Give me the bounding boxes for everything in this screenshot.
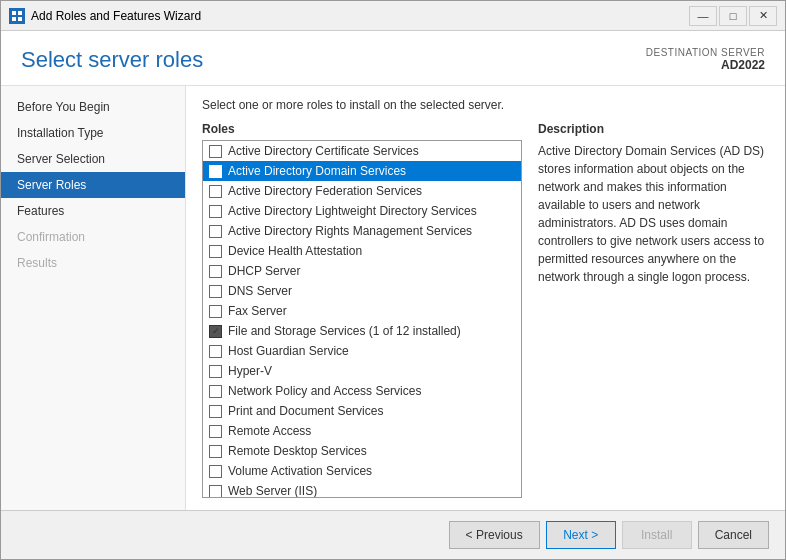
role-label: Fax Server xyxy=(228,304,287,318)
svg-rect-2 xyxy=(12,17,16,21)
svg-rect-0 xyxy=(12,11,16,15)
role-item[interactable]: Remote Access xyxy=(203,421,521,441)
next-button[interactable]: Next > xyxy=(546,521,616,549)
role-label: Active Directory Federation Services xyxy=(228,184,422,198)
role-checkbox[interactable] xyxy=(209,225,222,238)
role-label: Hyper-V xyxy=(228,364,272,378)
role-item[interactable]: DNS Server xyxy=(203,281,521,301)
role-item[interactable]: Active Directory Certificate Services xyxy=(203,141,521,161)
role-item[interactable]: Active Directory Domain Services xyxy=(203,161,521,181)
role-checkbox[interactable] xyxy=(209,205,222,218)
sidebar: Before You BeginInstallation TypeServer … xyxy=(1,86,186,510)
sidebar-item-features[interactable]: Features xyxy=(1,198,185,224)
window-controls: — □ ✕ xyxy=(689,6,777,26)
sidebar-item-before-you-begin[interactable]: Before You Begin xyxy=(1,94,185,120)
destination-info: DESTINATION SERVER AD2022 xyxy=(646,47,765,72)
role-label: DHCP Server xyxy=(228,264,300,278)
wizard-header: Select server roles DESTINATION SERVER A… xyxy=(1,31,785,86)
wizard-window: Add Roles and Features Wizard — □ ✕ Sele… xyxy=(0,0,786,560)
maximize-button[interactable]: □ xyxy=(719,6,747,26)
description-label: Description xyxy=(538,122,769,136)
destination-server: AD2022 xyxy=(646,58,765,72)
roles-label: Roles xyxy=(202,122,522,136)
wizard-content: Select server roles DESTINATION SERVER A… xyxy=(1,31,785,559)
role-checkbox[interactable] xyxy=(209,145,222,158)
role-item[interactable]: Fax Server xyxy=(203,301,521,321)
role-checkbox[interactable] xyxy=(209,465,222,478)
app-icon xyxy=(9,8,25,24)
minimize-button[interactable]: — xyxy=(689,6,717,26)
role-label: Network Policy and Access Services xyxy=(228,384,421,398)
destination-label: DESTINATION SERVER xyxy=(646,47,765,58)
role-item[interactable]: Host Guardian Service xyxy=(203,341,521,361)
role-label: Remote Access xyxy=(228,424,311,438)
role-item[interactable]: Device Health Attestation xyxy=(203,241,521,261)
role-item[interactable]: File and Storage Services (1 of 12 insta… xyxy=(203,321,521,341)
description-text: Active Directory Domain Services (AD DS)… xyxy=(538,142,769,286)
role-checkbox[interactable] xyxy=(209,405,222,418)
close-button[interactable]: ✕ xyxy=(749,6,777,26)
role-item[interactable]: Active Directory Rights Management Servi… xyxy=(203,221,521,241)
svg-rect-1 xyxy=(18,11,22,15)
role-checkbox[interactable] xyxy=(209,285,222,298)
role-checkbox[interactable] xyxy=(209,365,222,378)
role-label: Active Directory Rights Management Servi… xyxy=(228,224,472,238)
role-checkbox[interactable] xyxy=(209,305,222,318)
page-title: Select server roles xyxy=(21,47,203,73)
sidebar-item-server-selection[interactable]: Server Selection xyxy=(1,146,185,172)
role-checkbox[interactable] xyxy=(209,265,222,278)
sidebar-item-confirmation: Confirmation xyxy=(1,224,185,250)
roles-panel: Roles Active Directory Certificate Servi… xyxy=(202,122,522,498)
role-item[interactable]: Active Directory Federation Services xyxy=(203,181,521,201)
role-checkbox[interactable] xyxy=(209,165,222,178)
main-area: Before You BeginInstallation TypeServer … xyxy=(1,86,785,510)
role-checkbox[interactable] xyxy=(209,425,222,438)
role-checkbox[interactable] xyxy=(209,385,222,398)
sidebar-item-installation-type[interactable]: Installation Type xyxy=(1,120,185,146)
role-label: File and Storage Services (1 of 12 insta… xyxy=(228,324,461,338)
role-checkbox[interactable] xyxy=(209,345,222,358)
role-item[interactable]: Web Server (IIS) xyxy=(203,481,521,498)
window-title: Add Roles and Features Wizard xyxy=(31,9,689,23)
role-checkbox[interactable] xyxy=(209,325,222,338)
roles-area: Roles Active Directory Certificate Servi… xyxy=(202,122,769,498)
role-checkbox[interactable] xyxy=(209,245,222,258)
role-checkbox[interactable] xyxy=(209,485,222,498)
role-label: DNS Server xyxy=(228,284,292,298)
role-checkbox[interactable] xyxy=(209,185,222,198)
role-item[interactable]: Print and Document Services xyxy=(203,401,521,421)
description-panel: Description Active Directory Domain Serv… xyxy=(538,122,769,498)
role-label: Active Directory Lightweight Directory S… xyxy=(228,204,477,218)
roles-list[interactable]: Active Directory Certificate ServicesAct… xyxy=(202,140,522,498)
footer: < Previous Next > Install Cancel xyxy=(1,510,785,559)
role-label: Volume Activation Services xyxy=(228,464,372,478)
instruction-text: Select one or more roles to install on t… xyxy=(202,98,769,112)
main-content: Select one or more roles to install on t… xyxy=(186,86,785,510)
role-label: Host Guardian Service xyxy=(228,344,349,358)
role-item[interactable]: Active Directory Lightweight Directory S… xyxy=(203,201,521,221)
install-button[interactable]: Install xyxy=(622,521,692,549)
sidebar-item-results: Results xyxy=(1,250,185,276)
role-item[interactable]: Network Policy and Access Services xyxy=(203,381,521,401)
role-item[interactable]: Remote Desktop Services xyxy=(203,441,521,461)
title-bar: Add Roles and Features Wizard — □ ✕ xyxy=(1,1,785,31)
role-label: Device Health Attestation xyxy=(228,244,362,258)
role-label: Active Directory Certificate Services xyxy=(228,144,419,158)
role-label: Web Server (IIS) xyxy=(228,484,317,498)
role-item[interactable]: Volume Activation Services xyxy=(203,461,521,481)
sidebar-item-server-roles[interactable]: Server Roles xyxy=(1,172,185,198)
role-item[interactable]: Hyper-V xyxy=(203,361,521,381)
svg-rect-3 xyxy=(18,17,22,21)
previous-button[interactable]: < Previous xyxy=(449,521,540,549)
role-checkbox[interactable] xyxy=(209,445,222,458)
role-label: Remote Desktop Services xyxy=(228,444,367,458)
cancel-button[interactable]: Cancel xyxy=(698,521,769,549)
role-label: Print and Document Services xyxy=(228,404,383,418)
role-item[interactable]: DHCP Server xyxy=(203,261,521,281)
role-label: Active Directory Domain Services xyxy=(228,164,406,178)
